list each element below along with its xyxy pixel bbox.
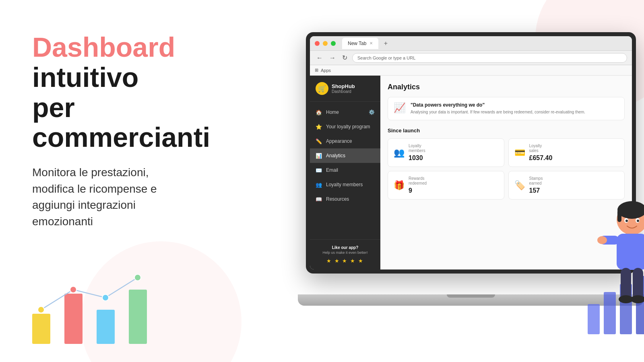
footer-subtitle: Help us make it even better!: [316, 251, 375, 255]
left-panel: Dashboard intuitivoper commercianti Moni…: [0, 0, 282, 362]
book-icon: 📖: [316, 196, 322, 202]
hero-title-rest: intuitivoper commercianti: [32, 62, 210, 153]
svg-rect-0: [32, 314, 50, 344]
hero-subtitle: Monitora le prestazioni, modifica le ric…: [32, 165, 250, 230]
rewards-redeemed-label: Rewardsredeemed: [409, 176, 427, 186]
insight-quote: "Data powers everything we do": [411, 102, 585, 108]
stamps-earned-label: Stampsearned: [529, 176, 543, 186]
home-icon: 🏠: [316, 109, 322, 115]
traffic-light-green[interactable]: [331, 41, 336, 46]
laptop-screen: New Tab ✕ + ← → ↻ Search Google or type …: [306, 32, 636, 274]
sidebar-item-home[interactable]: 🏠 Home ⚙️: [310, 105, 380, 119]
loyalty-members-value: 1030: [409, 154, 425, 162]
reload-button[interactable]: ↻: [341, 53, 349, 62]
sidebar-item-analytics[interactable]: 📊 Analytics: [310, 148, 380, 163]
stamps-icon: 🏷️: [514, 180, 525, 191]
right-panel: New Tab ✕ + ← → ↻ Search Google or type …: [306, 32, 644, 346]
since-launch-heading: Since launch: [388, 128, 625, 134]
svg-point-14: [637, 220, 639, 222]
new-tab-button[interactable]: +: [382, 39, 390, 47]
footer-title: Like our app?: [316, 245, 375, 250]
back-button[interactable]: ←: [315, 53, 324, 62]
stat-card-loyalty-members: 👥 Loyaltymembers 1030: [388, 138, 504, 167]
svg-point-4: [38, 306, 44, 313]
sidebar-footer: Like our app? Help us make it even bette…: [310, 239, 380, 269]
sidebar-loyalty-program-label: Your loyalty program: [326, 124, 370, 130]
loyalty-members-label: Loyaltymembers: [409, 144, 425, 153]
browser-toolbar: ← → ↻ Search Google or type a URL: [310, 51, 632, 65]
sidebar-appearance-label: Appearance: [326, 138, 352, 144]
logo-sub: Dashboard: [332, 89, 355, 94]
svg-point-7: [134, 274, 141, 281]
apps-label: Apps: [321, 68, 331, 73]
svg-rect-3: [129, 290, 147, 344]
analytics-icon: 📊: [316, 152, 322, 159]
apps-bar: ⊞ Apps: [310, 65, 632, 76]
stats-grid: 👥 Loyaltymembers 1030 💳 Loyalty: [388, 138, 625, 200]
email-icon: ✉️: [316, 167, 322, 173]
svg-rect-1: [64, 294, 83, 344]
logo-name: ShopHub: [332, 83, 355, 90]
traffic-light-red[interactable]: [315, 41, 320, 46]
forward-button[interactable]: →: [328, 53, 337, 62]
browser-titlebar: New Tab ✕ +: [310, 36, 632, 51]
sidebar-item-loyalty-program[interactable]: ⭐ Your loyalty program: [310, 119, 380, 134]
sidebar-loyalty-members-label: Loyalty members: [326, 182, 363, 187]
stat-card-rewards-redeemed: 🎁 Rewardsredeemed 9: [388, 171, 504, 200]
mini-chart-illustration: [24, 257, 169, 346]
sidebar-item-resources[interactable]: 📖 Resources: [310, 192, 380, 206]
browser-tab[interactable]: New Tab ✕: [342, 38, 378, 49]
svg-rect-10: [617, 210, 621, 222]
analytics-heading: Analytics: [388, 83, 625, 91]
tab-label: New Tab: [348, 41, 366, 46]
svg-point-5: [70, 286, 76, 293]
hero-title: Dashboard intuitivoper commercianti: [32, 32, 250, 152]
hero-title-highlight: Dashboard: [32, 32, 175, 62]
sidebar-item-appearance[interactable]: ✏️ Appearance: [310, 134, 380, 148]
stat-card-loyalty-sales: 💳 Loyaltysales £657.40: [508, 138, 625, 167]
star-icon: ⭐: [316, 123, 322, 130]
svg-point-18: [597, 236, 607, 244]
svg-point-27: [631, 295, 644, 303]
rewards-redeemed-value: 9: [409, 187, 427, 194]
svg-point-6: [102, 294, 109, 301]
sidebar-resources-label: Resources: [326, 196, 349, 202]
members-icon: 👥: [316, 181, 322, 188]
edit-icon: ✏️: [316, 138, 322, 144]
insight-card: 📈 "Data powers everything we do" Analysi…: [388, 97, 625, 120]
insight-body: Analysing your data is important. If few…: [411, 109, 585, 115]
loyalty-sales-icon: 💳: [514, 148, 525, 158]
svg-point-13: [625, 220, 628, 222]
sidebar-item-email[interactable]: ✉️ Email: [310, 163, 380, 177]
sidebar-home-label: Home: [326, 109, 339, 115]
browser-chrome: New Tab ✕ + ← → ↻ Search Google or type …: [310, 36, 632, 269]
svg-rect-15: [617, 234, 644, 270]
tab-close-button[interactable]: ✕: [369, 41, 373, 45]
sidebar-analytics-label: Analytics: [326, 153, 345, 158]
address-bar[interactable]: Search Google or type a URL: [352, 53, 627, 63]
rewards-icon: 🎁: [394, 180, 405, 191]
svg-rect-2: [97, 310, 115, 344]
laptop-frame: New Tab ✕ + ← → ↻ Search Google or type …: [306, 32, 636, 306]
traffic-light-yellow[interactable]: [323, 41, 328, 46]
app-logo: 🛒 ShopHub Dashboard: [310, 76, 380, 102]
sidebar-item-loyalty-members[interactable]: 👥 Loyalty members: [310, 177, 380, 192]
app-sidebar: 🛒 ShopHub Dashboard 🏠 Home: [310, 76, 380, 269]
person-illustration: [588, 195, 644, 334]
loyalty-sales-value: £657.40: [529, 154, 553, 162]
logo-icon: 🛒: [316, 82, 328, 95]
settings-icon[interactable]: ⚙️: [369, 109, 375, 115]
browser-content: 🛒 ShopHub Dashboard 🏠 Home: [310, 76, 632, 269]
address-bar-text: Search Google or type a URL: [357, 56, 415, 60]
loyalty-sales-label: Loyaltysales: [529, 144, 553, 153]
sidebar-email-label: Email: [326, 167, 338, 173]
chart-trending-icon: 📈: [394, 102, 406, 113]
apps-grid-icon: ⊞: [315, 68, 318, 73]
sidebar-navigation: 🏠 Home ⚙️ ⭐ Your loyalty program ✏️: [310, 102, 380, 239]
loyalty-members-icon: 👥: [394, 148, 405, 158]
stamps-earned-value: 157: [529, 187, 543, 194]
star-rating[interactable]: ★ ★ ★ ★ ★: [316, 258, 375, 264]
